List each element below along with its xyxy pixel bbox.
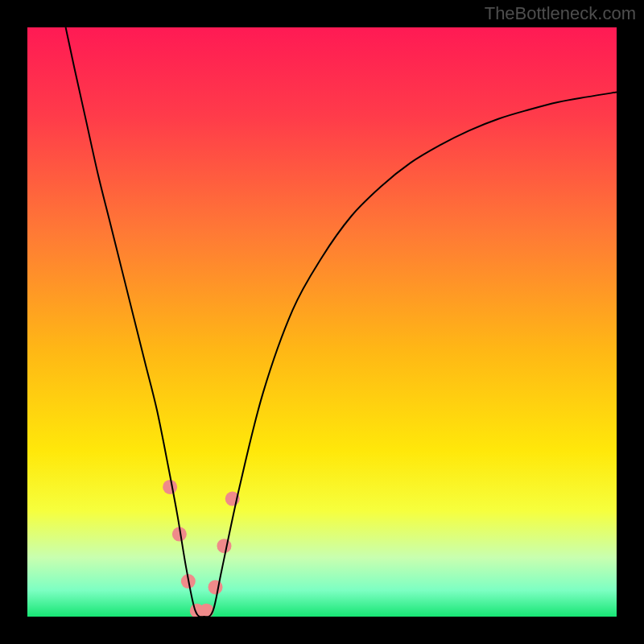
highlight-dot [208, 580, 223, 594]
plot-area [27, 27, 617, 617]
highlight-dot [163, 480, 177, 494]
curve-layer [27, 27, 617, 617]
chart-frame: TheBottleneck.com [0, 0, 644, 644]
watermark-text: TheBottleneck.com [485, 3, 636, 24]
main-curve [66, 27, 617, 617]
highlight-dot [217, 539, 231, 553]
